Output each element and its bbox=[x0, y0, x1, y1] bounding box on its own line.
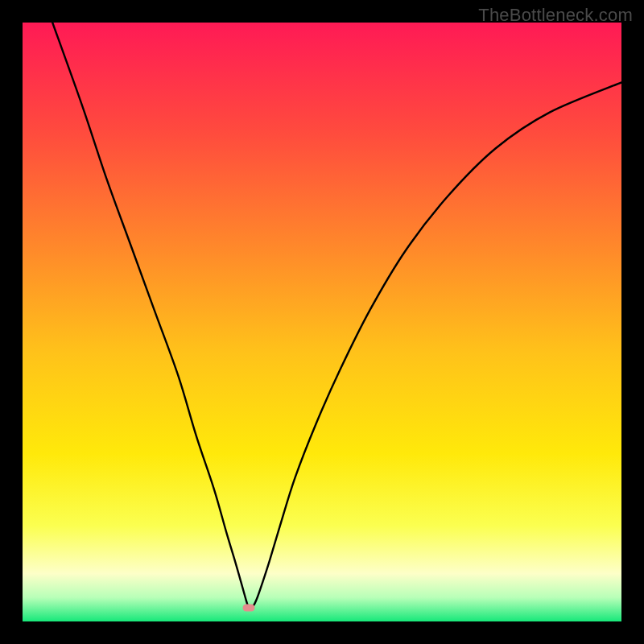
optimal-point-marker bbox=[243, 604, 255, 611]
chart-frame: TheBottleneck.com bbox=[0, 0, 644, 644]
bottleneck-curve bbox=[23, 23, 621, 621]
plot-area bbox=[23, 23, 621, 621]
watermark-text: TheBottleneck.com bbox=[478, 5, 633, 26]
